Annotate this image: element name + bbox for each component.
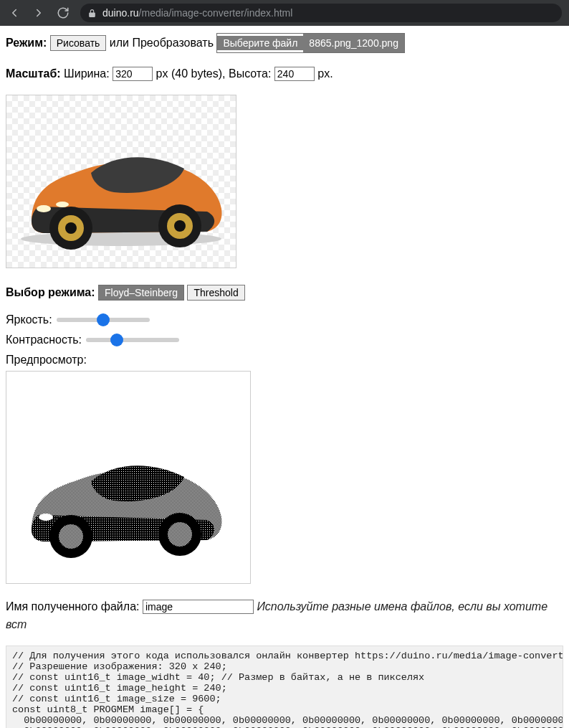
preview-label: Предпросмотр: (6, 354, 563, 367)
url-path: /media/image-converter/index.html (139, 7, 293, 19)
mode-select-row: Выбор режима: Floyd–Steinberg Threshold (6, 283, 563, 302)
brightness-label: Яркость: (6, 313, 52, 326)
width-label: Ширина: (64, 67, 110, 80)
threshold-button[interactable]: Threshold (187, 285, 244, 301)
svg-point-7 (37, 205, 51, 212)
scale-label: Масштаб: (6, 67, 61, 80)
svg-point-17 (168, 522, 192, 547)
original-image (6, 95, 236, 268)
contrast-slider[interactable] (86, 338, 179, 342)
code-line: const uint8_t PROGMEM image[] = { (12, 704, 204, 715)
url-bar[interactable]: duino.ru/media/image-converter/index.htm… (80, 4, 562, 22)
svg-point-15 (59, 524, 83, 549)
mode-label: Режим: (6, 37, 47, 49)
code-line: // Разрешение изображения: 320 x 240; (12, 661, 227, 672)
width-input[interactable] (113, 67, 153, 81)
output-name-row: Имя полученного файла: Используйте разны… (6, 597, 563, 634)
svg-point-3 (65, 222, 77, 234)
height-suffix: px. (317, 67, 333, 80)
mode-row: Режим: Рисовать или Преобразовать Выбери… (6, 33, 563, 53)
mode-select-label: Выбор режима: (6, 286, 95, 298)
height-input[interactable] (274, 67, 315, 81)
choose-file-button[interactable]: Выберите файл (217, 36, 303, 50)
brightness-slider[interactable] (57, 318, 150, 322)
lock-icon (87, 9, 97, 18)
contrast-label: Контрасность: (6, 334, 82, 346)
output-name-input[interactable] (143, 600, 254, 614)
preview-frame (6, 371, 251, 584)
svg-point-18 (39, 514, 53, 521)
contrast-row: Контрасность: (6, 334, 563, 346)
code-line: 0b00000000, 0b00000000, 0b00000000, 0b00… (12, 715, 563, 726)
brightness-row: Яркость: (6, 313, 563, 326)
draw-button[interactable]: Рисовать (50, 35, 107, 51)
code-line: // const uint16_t image_height = 240; (12, 683, 227, 694)
code-line: // Для получения этого кода использовалс… (12, 651, 563, 661)
preview-image (6, 372, 250, 583)
output-name-label: Имя полученного файла: (6, 600, 139, 613)
code-line: // const uint16_t image_widht = 40; // Р… (12, 672, 424, 683)
svg-point-8 (56, 202, 69, 207)
forward-icon[interactable] (32, 6, 46, 20)
width-suffix: px (40 bytes), Высота: (156, 67, 272, 80)
browser-address-bar: duino.ru/media/image-converter/index.htm… (0, 0, 569, 26)
floyd-steinberg-button[interactable]: Floyd–Steinberg (98, 285, 184, 301)
back-icon[interactable] (7, 6, 21, 20)
scale-row: Масштаб: Ширина: px (40 bytes), Высота: … (6, 65, 563, 83)
reload-icon[interactable] (56, 6, 70, 20)
selected-filename: 8865.png_1200.png (303, 34, 404, 52)
original-image-frame (6, 95, 236, 268)
code-output[interactable]: // Для получения этого кода использовалс… (6, 646, 563, 728)
url-host: duino.ru (102, 7, 139, 19)
code-line: // const uint16_t image_size = 9600; (12, 694, 221, 704)
or-convert-text: или Преобразовать (110, 37, 214, 49)
svg-point-6 (174, 220, 186, 232)
